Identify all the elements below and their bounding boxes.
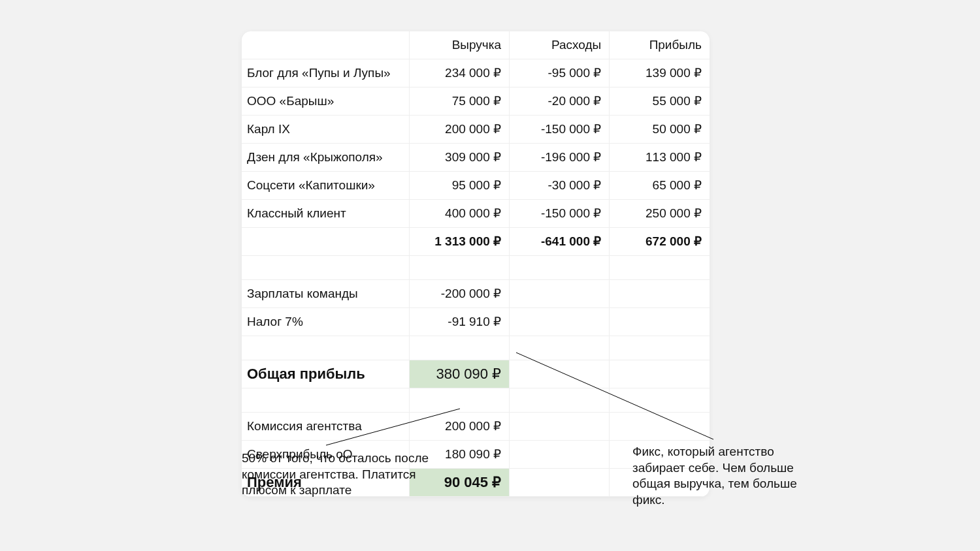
table-row: ООО «Барыш» 75 000 ₽ -20 000 ₽ 55 000 ₽ [242, 87, 710, 116]
deduction-label: Налог 7% [242, 308, 409, 336]
header-label-blank [242, 31, 409, 59]
row-profit: 250 000 ₽ [610, 200, 710, 228]
row-expenses: -30 000 ₽ [510, 172, 610, 200]
row-profit: 55 000 ₽ [610, 87, 710, 116]
post-row: Комиссия агентства 200 000 ₽ [242, 413, 710, 441]
row-expenses: -150 000 ₽ [510, 200, 610, 228]
row-label: Классный клиент [242, 200, 409, 228]
totals-profit: 672 000 ₽ [610, 228, 710, 256]
row-revenue: 234 000 ₽ [409, 59, 509, 87]
header-revenue: Выручка [409, 31, 509, 59]
row-label: Карл IX [242, 116, 409, 144]
totals-row: 1 313 000 ₽ -641 000 ₽ 672 000 ₽ [242, 228, 710, 256]
row-profit: 65 000 ₽ [610, 172, 710, 200]
row-profit: 113 000 ₽ [610, 144, 710, 172]
totals-revenue: 1 313 000 ₽ [409, 228, 509, 256]
totals-label-blank [242, 228, 409, 256]
total-profit-value: 380 090 ₽ [409, 360, 509, 388]
header-profit: Прибыль [610, 31, 710, 59]
table-row: Соцсети «Капитошки» 95 000 ₽ -30 000 ₽ 6… [242, 172, 710, 200]
deduction-value: -91 910 ₽ [409, 308, 509, 336]
row-revenue: 309 000 ₽ [409, 144, 509, 172]
table-row: Классный клиент 400 000 ₽ -150 000 ₽ 250… [242, 200, 710, 228]
header-expenses: Расходы [510, 31, 610, 59]
row-label: Дзен для «Крыжополя» [242, 144, 409, 172]
row-profit: 50 000 ₽ [610, 116, 710, 144]
row-revenue: 75 000 ₽ [409, 87, 509, 116]
row-label: ООО «Барыш» [242, 87, 409, 116]
table-row: Карл IX 200 000 ₽ -150 000 ₽ 50 000 ₽ [242, 116, 710, 144]
post-label: Комиссия агентства [242, 413, 409, 441]
row-label: Соцсети «Капитошки» [242, 172, 409, 200]
deduction-row: Налог 7% -91 910 ₽ [242, 308, 710, 336]
row-expenses: -95 000 ₽ [510, 59, 610, 87]
total-profit-row: Общая прибыль 380 090 ₽ [242, 360, 710, 388]
pl-table: Выручка Расходы Прибыль Блог для «Пупы и… [242, 31, 710, 497]
row-revenue: 400 000 ₽ [409, 200, 509, 228]
row-revenue: 95 000 ₽ [409, 172, 509, 200]
row-label: Блог для «Пупы и Лупы» [242, 59, 409, 87]
row-expenses: -150 000 ₽ [510, 116, 610, 144]
deduction-value: -200 000 ₽ [409, 280, 509, 308]
deduction-row: Зарплаты команды -200 000 ₽ [242, 280, 710, 308]
row-revenue: 200 000 ₽ [409, 116, 509, 144]
row-profit: 139 000 ₽ [610, 59, 710, 87]
totals-expenses: -641 000 ₽ [510, 228, 610, 256]
report-canvas: Выручка Расходы Прибыль Блог для «Пупы и… [0, 0, 980, 551]
total-profit-label: Общая прибыль [242, 360, 409, 388]
row-expenses: -20 000 ₽ [510, 87, 610, 116]
header-row: Выручка Расходы Прибыль [242, 31, 710, 59]
row-expenses: -196 000 ₽ [510, 144, 610, 172]
report-card: Выручка Расходы Прибыль Блог для «Пупы и… [242, 31, 710, 497]
spacer-row [242, 336, 710, 360]
agency-fee-value: 200 000 ₽ [409, 413, 509, 441]
table-row: Дзен для «Крыжополя» 309 000 ₽ -196 000 … [242, 144, 710, 172]
deduction-label: Зарплаты команды [242, 280, 409, 308]
table-row: Блог для «Пупы и Лупы» 234 000 ₽ -95 000… [242, 59, 710, 87]
spacer-row [242, 256, 710, 280]
spacer-row [242, 388, 710, 413]
annotation-agency-fee-explanation: Фикс, который агентство забирает себе. Ч… [632, 444, 828, 509]
annotation-bonus-explanation: 50% от того, что осталось после комиссии… [242, 450, 451, 499]
